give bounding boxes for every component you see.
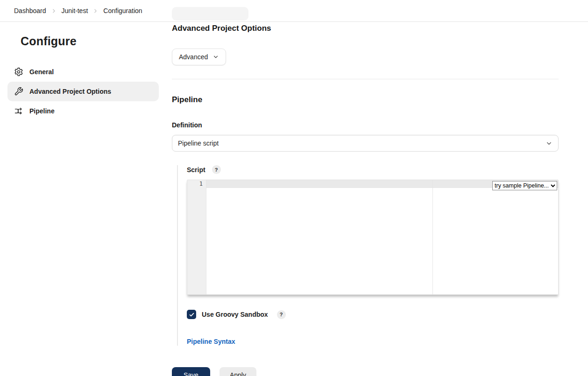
use-groovy-sandbox-checkbox[interactable] xyxy=(187,310,196,319)
definition-label: Definition xyxy=(172,121,559,129)
sidebar-item-advanced-project-options[interactable]: Advanced Project Options xyxy=(7,82,159,101)
sidebar-item-general[interactable]: General xyxy=(7,62,159,82)
sidebar-item-label: General xyxy=(29,68,54,76)
script-label-row: Script ? xyxy=(187,165,559,174)
chevron-down-icon xyxy=(545,140,553,147)
wrench-icon xyxy=(14,87,23,96)
advanced-button-label: Advanced xyxy=(179,53,208,61)
advanced-project-options-section: Advanced Project Options Advanced xyxy=(172,24,559,65)
line-number: 1 xyxy=(199,181,203,187)
sidebar-item-pipeline[interactable]: Pipeline xyxy=(7,101,159,121)
breadcrumb-item-dashboard[interactable]: Dashboard xyxy=(11,5,49,16)
sandbox-help-button[interactable]: ? xyxy=(277,310,286,319)
pipeline-section: Pipeline Definition Pipeline script Scri… xyxy=(172,95,559,376)
config-main: Advanced Project Options Advanced Pipeli… xyxy=(172,22,559,376)
pipeline-syntax-link[interactable]: Pipeline Syntax xyxy=(187,338,235,345)
apply-button[interactable]: Apply xyxy=(220,367,256,376)
editor-print-margin xyxy=(432,180,433,294)
breadcrumb: Dashboard Junit-test Configuration xyxy=(11,5,145,16)
definition-select[interactable]: Pipeline script xyxy=(172,135,559,152)
advanced-section-heading: Advanced Project Options xyxy=(172,24,559,33)
use-groovy-sandbox-label: Use Groovy Sandbox xyxy=(202,311,268,318)
pipeline-icon xyxy=(14,106,23,116)
breadcrumb-item-configuration[interactable]: Configuration xyxy=(100,5,145,16)
editor-line-gutter: 1 xyxy=(187,180,206,294)
chevron-right-icon xyxy=(51,8,57,14)
sidebar-nav: General Advanced Project Options Pipelin… xyxy=(7,62,159,121)
check-icon xyxy=(189,312,195,318)
config-sidebar: Configure General Advanced Project Optio… xyxy=(0,22,166,376)
sample-pipeline-select[interactable]: try sample Pipeline... xyxy=(492,181,557,190)
definition-select-value: Pipeline script xyxy=(178,139,219,147)
script-code-editor: 1 try sample Pipeline... xyxy=(187,180,559,295)
script-label: Script xyxy=(187,166,205,174)
script-help-button[interactable]: ? xyxy=(212,165,221,174)
breadcrumb-bar: Dashboard Junit-test Configuration xyxy=(0,0,588,22)
pipeline-section-heading: Pipeline xyxy=(172,95,559,104)
editor-text-area[interactable] xyxy=(206,180,558,294)
groovy-sandbox-row: Use Groovy Sandbox ? xyxy=(187,310,559,319)
chevron-down-icon xyxy=(213,54,219,60)
page-title: Configure xyxy=(21,35,159,48)
page-layout: Configure General Advanced Project Optio… xyxy=(0,22,588,376)
breadcrumb-item-job[interactable]: Junit-test xyxy=(59,5,91,16)
sidebar-item-label: Pipeline xyxy=(29,107,55,115)
definition-detail-block: Script ? 1 try sample Pipeline... xyxy=(177,165,559,346)
advanced-dropdown-button[interactable]: Advanced xyxy=(172,49,226,65)
form-actions: Save Apply xyxy=(172,367,559,376)
gear-icon xyxy=(14,67,23,77)
section-divider xyxy=(172,79,559,79)
save-button[interactable]: Save xyxy=(172,367,210,376)
sidebar-item-label: Advanced Project Options xyxy=(29,88,111,95)
chevron-right-icon xyxy=(92,8,99,14)
